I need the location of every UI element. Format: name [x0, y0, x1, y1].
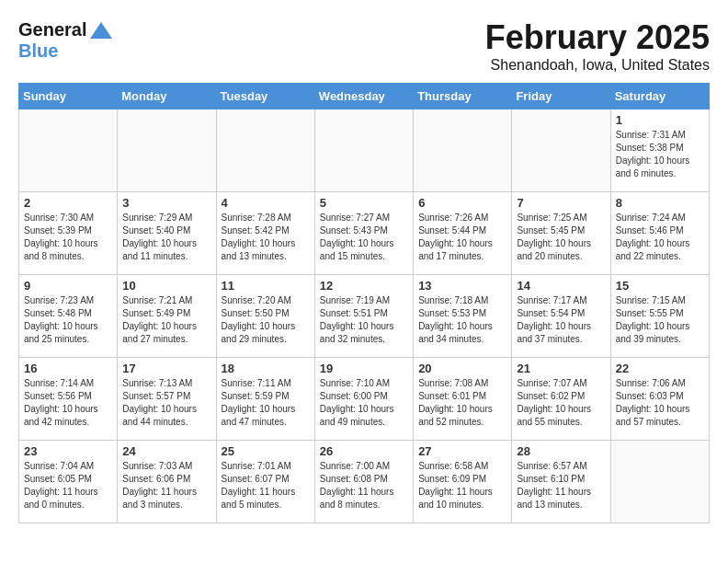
- day-info: Sunrise: 7:04 AM Sunset: 6:05 PM Dayligh…: [24, 460, 112, 511]
- day-number: 4: [222, 196, 310, 210]
- day-number: 8: [616, 196, 704, 210]
- day-number: 28: [517, 444, 605, 458]
- day-number: 20: [418, 362, 506, 375]
- day-info: Sunrise: 7:10 AM Sunset: 6:00 PM Dayligh…: [320, 377, 408, 429]
- day-cell: 10Sunrise: 7:21 AM Sunset: 5:49 PM Dayli…: [118, 275, 216, 358]
- day-info: Sunrise: 7:29 AM Sunset: 5:40 PM Dayligh…: [122, 212, 210, 263]
- weekday-header-saturday: Saturday: [610, 84, 709, 109]
- day-cell: [314, 109, 413, 192]
- day-cell: 25Sunrise: 7:01 AM Sunset: 6:07 PM Dayli…: [216, 441, 314, 523]
- day-cell: 19Sunrise: 7:10 AM Sunset: 6:00 PM Dayli…: [314, 358, 413, 441]
- day-info: Sunrise: 6:57 AM Sunset: 6:10 PM Dayligh…: [517, 460, 605, 511]
- day-number: 15: [616, 279, 704, 293]
- week-row-3: 9Sunrise: 7:23 AM Sunset: 5:48 PM Daylig…: [19, 275, 710, 358]
- day-info: Sunrise: 7:30 AM Sunset: 5:39 PM Dayligh…: [24, 212, 112, 263]
- title-block: February 2025 Shenandoah, Iowa, United S…: [485, 18, 710, 74]
- day-info: Sunrise: 7:17 AM Sunset: 5:54 PM Dayligh…: [517, 294, 605, 346]
- day-cell: 13Sunrise: 7:18 AM Sunset: 5:53 PM Dayli…: [414, 275, 512, 358]
- weekday-header-tuesday: Tuesday: [216, 84, 314, 109]
- day-cell: 17Sunrise: 7:13 AM Sunset: 5:57 PM Dayli…: [118, 358, 216, 441]
- day-info: Sunrise: 7:24 AM Sunset: 5:46 PM Dayligh…: [616, 212, 704, 263]
- day-info: Sunrise: 7:07 AM Sunset: 6:02 PM Dayligh…: [517, 377, 605, 429]
- day-info: Sunrise: 6:58 AM Sunset: 6:09 PM Dayligh…: [418, 460, 506, 511]
- weekday-header-friday: Friday: [512, 84, 610, 109]
- day-info: Sunrise: 7:11 AM Sunset: 5:59 PM Dayligh…: [222, 377, 310, 429]
- day-info: Sunrise: 7:28 AM Sunset: 5:42 PM Dayligh…: [222, 212, 310, 263]
- calendar-table: SundayMondayTuesdayWednesdayThursdayFrid…: [18, 83, 710, 523]
- day-cell: 8Sunrise: 7:24 AM Sunset: 5:46 PM Daylig…: [610, 192, 709, 275]
- day-number: 6: [418, 196, 506, 210]
- day-number: 19: [320, 362, 408, 375]
- day-number: 23: [24, 444, 112, 458]
- day-cell: 1Sunrise: 7:31 AM Sunset: 5:38 PM Daylig…: [610, 109, 709, 192]
- day-info: Sunrise: 7:01 AM Sunset: 6:07 PM Dayligh…: [222, 460, 310, 511]
- svg-marker-0: [90, 22, 112, 39]
- weekday-header-monday: Monday: [118, 84, 216, 109]
- weekday-header-sunday: Sunday: [19, 84, 118, 109]
- day-info: Sunrise: 7:31 AM Sunset: 5:38 PM Dayligh…: [616, 129, 704, 180]
- day-number: 22: [616, 362, 704, 375]
- day-info: Sunrise: 7:03 AM Sunset: 6:06 PM Dayligh…: [122, 460, 210, 511]
- day-info: Sunrise: 7:20 AM Sunset: 5:50 PM Dayligh…: [222, 294, 310, 346]
- day-number: 17: [122, 362, 210, 375]
- day-number: 10: [122, 279, 210, 293]
- day-number: 11: [222, 279, 310, 293]
- day-number: 25: [222, 444, 310, 458]
- week-row-2: 2Sunrise: 7:30 AM Sunset: 5:39 PM Daylig…: [19, 192, 710, 275]
- day-cell: 15Sunrise: 7:15 AM Sunset: 5:55 PM Dayli…: [610, 275, 709, 358]
- weekday-header-row: SundayMondayTuesdayWednesdayThursdayFrid…: [19, 84, 710, 109]
- day-cell: 28Sunrise: 6:57 AM Sunset: 6:10 PM Dayli…: [512, 441, 610, 523]
- day-number: 21: [517, 362, 605, 375]
- day-cell: [610, 441, 709, 523]
- logo-general: General: [18, 19, 86, 40]
- day-cell: 5Sunrise: 7:27 AM Sunset: 5:43 PM Daylig…: [314, 192, 413, 275]
- day-number: 2: [24, 196, 112, 210]
- day-cell: [414, 109, 512, 192]
- day-number: 5: [320, 196, 408, 210]
- day-cell: 23Sunrise: 7:04 AM Sunset: 6:05 PM Dayli…: [19, 441, 118, 523]
- logo-icon: [88, 18, 114, 44]
- day-number: 9: [24, 279, 112, 293]
- day-info: Sunrise: 7:14 AM Sunset: 5:56 PM Dayligh…: [24, 377, 112, 429]
- day-number: 14: [517, 279, 605, 293]
- day-info: Sunrise: 7:15 AM Sunset: 5:55 PM Dayligh…: [616, 294, 704, 346]
- day-cell: 11Sunrise: 7:20 AM Sunset: 5:50 PM Dayli…: [216, 275, 314, 358]
- month-title: February 2025: [485, 18, 710, 57]
- day-number: 7: [517, 196, 605, 210]
- day-number: 18: [222, 362, 310, 375]
- day-cell: 24Sunrise: 7:03 AM Sunset: 6:06 PM Dayli…: [118, 441, 216, 523]
- day-cell: [512, 109, 610, 192]
- day-cell: 2Sunrise: 7:30 AM Sunset: 5:39 PM Daylig…: [19, 192, 118, 275]
- day-cell: 18Sunrise: 7:11 AM Sunset: 5:59 PM Dayli…: [216, 358, 314, 441]
- page-header: General Blue February 2025 Shenandoah, I…: [18, 18, 710, 74]
- day-number: 26: [320, 444, 408, 458]
- week-row-5: 23Sunrise: 7:04 AM Sunset: 6:05 PM Dayli…: [19, 441, 710, 523]
- day-info: Sunrise: 7:19 AM Sunset: 5:51 PM Dayligh…: [320, 294, 408, 346]
- day-info: Sunrise: 7:06 AM Sunset: 6:03 PM Dayligh…: [616, 377, 704, 429]
- day-cell: 6Sunrise: 7:26 AM Sunset: 5:44 PM Daylig…: [414, 192, 512, 275]
- weekday-header-wednesday: Wednesday: [314, 84, 413, 109]
- location-text: Shenandoah, Iowa, United States: [485, 57, 710, 74]
- day-cell: 3Sunrise: 7:29 AM Sunset: 5:40 PM Daylig…: [118, 192, 216, 275]
- day-number: 3: [122, 196, 210, 210]
- day-number: 24: [122, 444, 210, 458]
- day-cell: 4Sunrise: 7:28 AM Sunset: 5:42 PM Daylig…: [216, 192, 314, 275]
- day-cell: 22Sunrise: 7:06 AM Sunset: 6:03 PM Dayli…: [610, 358, 709, 441]
- day-number: 16: [24, 362, 112, 375]
- day-info: Sunrise: 7:26 AM Sunset: 5:44 PM Dayligh…: [418, 212, 506, 263]
- day-cell: 26Sunrise: 7:00 AM Sunset: 6:08 PM Dayli…: [314, 441, 413, 523]
- day-cell: 14Sunrise: 7:17 AM Sunset: 5:54 PM Dayli…: [512, 275, 610, 358]
- day-info: Sunrise: 7:21 AM Sunset: 5:49 PM Dayligh…: [122, 294, 210, 346]
- day-cell: 12Sunrise: 7:19 AM Sunset: 5:51 PM Dayli…: [314, 275, 413, 358]
- day-number: 12: [320, 279, 408, 293]
- day-cell: 7Sunrise: 7:25 AM Sunset: 5:45 PM Daylig…: [512, 192, 610, 275]
- day-info: Sunrise: 7:13 AM Sunset: 5:57 PM Dayligh…: [122, 377, 210, 429]
- day-cell: [216, 109, 314, 192]
- logo: General Blue: [18, 18, 116, 62]
- week-row-1: 1Sunrise: 7:31 AM Sunset: 5:38 PM Daylig…: [19, 109, 710, 192]
- day-cell: [19, 109, 118, 192]
- day-cell: 27Sunrise: 6:58 AM Sunset: 6:09 PM Dayli…: [414, 441, 512, 523]
- day-number: 1: [616, 113, 704, 127]
- week-row-4: 16Sunrise: 7:14 AM Sunset: 5:56 PM Dayli…: [19, 358, 710, 441]
- day-info: Sunrise: 7:23 AM Sunset: 5:48 PM Dayligh…: [24, 294, 112, 346]
